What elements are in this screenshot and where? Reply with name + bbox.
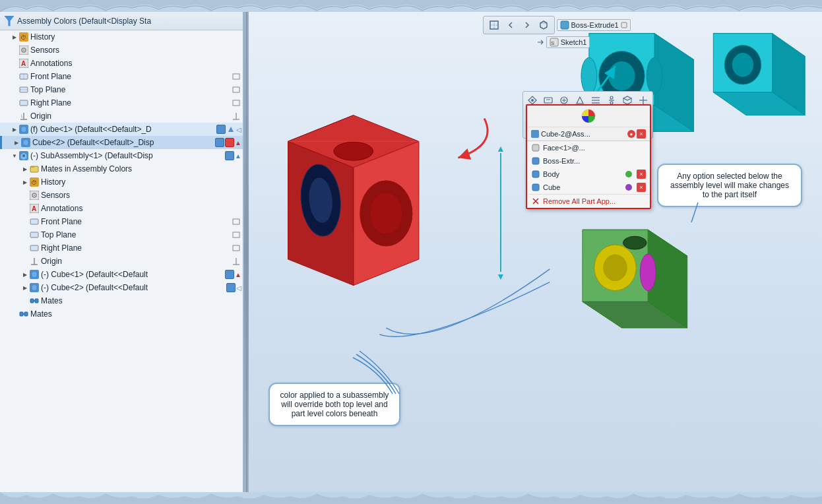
tree-item-right-plane[interactable]: ▶ Right Plane bbox=[0, 96, 243, 110]
mates1-icon bbox=[29, 296, 40, 306]
annotations-icon: A bbox=[18, 58, 29, 69]
boss-extrude-label[interactable]: Boss-Extrude1 bbox=[557, 19, 631, 31]
front-plane-icon bbox=[18, 71, 29, 82]
cm-item-boss[interactable]: Boss-Extr... bbox=[527, 154, 650, 168]
svg-point-130 bbox=[604, 255, 627, 281]
tree-item-origin[interactable]: ▶ └ Origin bbox=[0, 110, 243, 123]
plane-ext-icon bbox=[231, 71, 241, 82]
cm-item-remove[interactable]: Remove All Part App... bbox=[527, 194, 650, 208]
filter-icon[interactable] bbox=[4, 16, 15, 26]
tree-label-annotations: Annotations bbox=[30, 59, 243, 68]
svg-point-132 bbox=[623, 236, 647, 249]
cm-red-dot[interactable]: ● bbox=[627, 130, 635, 138]
tree-item-front-plane[interactable]: ▶ Front Plane bbox=[0, 70, 243, 83]
cm-item-face1[interactable]: Face<1>@... bbox=[527, 141, 650, 154]
tree-label-history: History bbox=[30, 32, 243, 42]
tree-item-top-plane[interactable]: ▶ Top Plane bbox=[0, 83, 243, 96]
svg-rect-30 bbox=[30, 166, 34, 168]
svg-rect-49 bbox=[226, 271, 233, 278]
svg-text:S: S bbox=[551, 40, 554, 46]
tree-item-right-plane2[interactable]: ▶ Right Plane bbox=[0, 241, 243, 255]
svg-point-129 bbox=[594, 245, 636, 290]
toolbar-btn-arrow-left[interactable] bbox=[503, 18, 519, 32]
cm-cube-close[interactable]: × bbox=[637, 183, 646, 192]
context-menu[interactable]: Cube-2@Ass... ● × Face<1>@... Boss-Extr.… bbox=[526, 104, 651, 209]
tree-item-mates-in-assembly[interactable]: ▶ Mates in Assembly Colors bbox=[0, 162, 243, 175]
o2-ext bbox=[231, 256, 241, 267]
cube-nav-toolbar bbox=[483, 16, 555, 34]
tp2-ext bbox=[231, 230, 241, 240]
badge-sc1-tri: ▲ bbox=[235, 271, 241, 278]
svg-rect-97 bbox=[532, 184, 539, 191]
tree-item-cube1[interactable]: ▶ (f) Cube<1> (Default<<Default>_D ◁ bbox=[0, 123, 243, 136]
viewport[interactable]: Boss-Extrude1 S Sketch1 bbox=[249, 12, 822, 492]
cm-close-btn[interactable]: × bbox=[637, 129, 646, 139]
badge-sub1-blue bbox=[225, 151, 234, 160]
tree-item-mates2[interactable]: ▶ Mates bbox=[0, 307, 243, 321]
cm-cube-icon bbox=[531, 130, 539, 138]
origin-icon: └ bbox=[18, 111, 29, 121]
svg-text:⏱: ⏱ bbox=[20, 34, 26, 41]
svg-text:A: A bbox=[32, 205, 36, 212]
cm-title: Cube-2@Ass... bbox=[541, 130, 590, 138]
cm-body-close[interactable]: × bbox=[637, 170, 646, 179]
expand-arrow-history[interactable]: ▶ bbox=[11, 33, 18, 41]
toolbar-btn-box[interactable] bbox=[536, 18, 552, 32]
svg-rect-24 bbox=[216, 139, 223, 146]
svg-text:A: A bbox=[21, 60, 26, 67]
vertical-arrow-indicator: ▲ ▼ bbox=[496, 144, 505, 281]
svg-rect-94 bbox=[532, 144, 539, 151]
toolbar-btn-arrow-right[interactable] bbox=[519, 18, 535, 32]
tree-item-top-plane2[interactable]: ▶ Top Plane bbox=[0, 228, 243, 241]
subassembly1-badges: ▲ bbox=[225, 151, 243, 160]
sketch1-label[interactable]: S Sketch1 bbox=[546, 36, 590, 48]
svg-marker-128 bbox=[583, 301, 687, 328]
tree-item-history[interactable]: ▶ ⏱ History bbox=[0, 30, 243, 44]
sketch1-text: Sketch1 bbox=[561, 38, 587, 46]
mates-folder-icon bbox=[29, 164, 40, 174]
tree-label-top-plane: Top Plane bbox=[30, 85, 231, 94]
jagged-top-border bbox=[0, 0, 822, 12]
tree-label-top-plane2: Top Plane bbox=[41, 230, 231, 239]
sketch-arrow-icon bbox=[536, 38, 544, 46]
svg-text:⏱: ⏱ bbox=[31, 179, 37, 186]
main-container: Assembly Colors (Default<Display Sta ▶ ⏱… bbox=[0, 12, 822, 492]
svg-rect-25 bbox=[226, 139, 233, 146]
cm-item-body[interactable]: Body × bbox=[527, 168, 650, 181]
svg-rect-14 bbox=[233, 100, 239, 106]
cm-face1-icon bbox=[531, 143, 540, 152]
tree-item-annotations[interactable]: ▶ A Annotations bbox=[0, 57, 243, 70]
tree-item-sub-cube1[interactable]: ▶ (-) Cube<1> (Default<<Default ▲ bbox=[0, 268, 243, 281]
svg-rect-51 bbox=[228, 284, 234, 291]
arrow-down: ▼ bbox=[496, 272, 505, 281]
svg-rect-93 bbox=[531, 130, 539, 138]
mates2-icon bbox=[18, 309, 29, 319]
cm-item-cube[interactable]: Cube × bbox=[527, 181, 650, 194]
badge-sub1-arrow: ▲ bbox=[235, 152, 241, 160]
tree-item-mates1[interactable]: ▶ Mates bbox=[0, 294, 243, 307]
cube-red-blue-center bbox=[288, 115, 419, 286]
toolbar-btn-cube-face[interactable] bbox=[486, 18, 502, 32]
tree-item-front-plane2[interactable]: ▶ Front Plane bbox=[0, 215, 243, 228]
tree-item-sensors[interactable]: ▶ Sensors bbox=[0, 44, 243, 57]
tree-item-subassembly1[interactable]: ▼ (-) SubAssembly<1> (Default<Disp ▲ bbox=[0, 149, 243, 162]
sub-cube1-badges: ▲ bbox=[225, 270, 243, 279]
top-plane2-icon bbox=[29, 230, 40, 240]
tree-item-sensors2[interactable]: ▶ Sensors bbox=[0, 189, 243, 202]
tree-item-origin2[interactable]: ▶ Origin bbox=[0, 255, 243, 268]
right-plane2-icon bbox=[29, 243, 40, 253]
history2-icon: ⏱ bbox=[29, 177, 40, 187]
cm-body-label: Body bbox=[543, 170, 623, 178]
tree-item-cube2[interactable]: ▶ Cube<2> (Default<<Default>_Disp ▲ bbox=[0, 136, 243, 149]
tree-label-cube2: Cube<2> (Default<<Default>_Disp bbox=[32, 138, 215, 147]
svg-marker-116 bbox=[354, 141, 419, 285]
tree-item-annotations2[interactable]: ▶ A Annotations bbox=[0, 202, 243, 215]
tree-item-history2[interactable]: ▶ ⏱ History bbox=[0, 175, 243, 189]
tree-label-origin: Origin bbox=[30, 111, 231, 121]
svg-point-111 bbox=[724, 46, 761, 85]
tree-item-sub-cube2[interactable]: ▶ (-) Cube<2> (Default<<Default ◁ bbox=[0, 281, 243, 294]
tree-content[interactable]: ▶ ⏱ History ▶ Sensors ▶ A Annot bbox=[0, 30, 243, 492]
cube-green bbox=[583, 230, 687, 328]
svg-point-119 bbox=[307, 176, 334, 224]
tree-label-right-plane: Right Plane bbox=[30, 98, 231, 108]
